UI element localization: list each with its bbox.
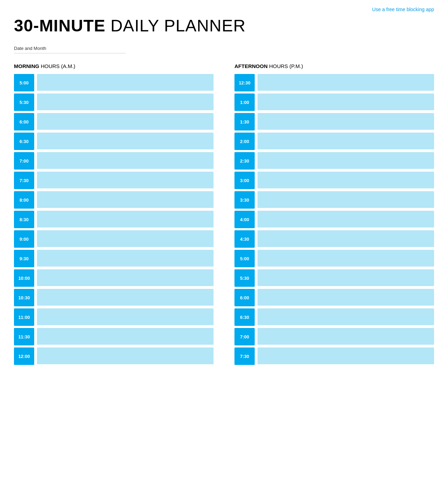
- time-row: 8:00: [14, 191, 214, 209]
- page-title: 30-MINUTE DAILY PLANNER: [14, 16, 434, 35]
- time-block[interactable]: [257, 230, 434, 248]
- time-badge: 9:30: [14, 250, 34, 267]
- time-row: 5:00: [234, 250, 434, 267]
- time-row: 8:30: [14, 211, 214, 228]
- time-row: 3:00: [234, 172, 434, 189]
- time-badge: 9:00: [14, 230, 34, 248]
- time-badge: 2:00: [234, 133, 255, 150]
- time-badge: 5:30: [14, 94, 34, 111]
- time-row: 10:00: [14, 269, 214, 287]
- time-row: 11:30: [14, 328, 214, 345]
- time-block[interactable]: [37, 74, 214, 91]
- time-badge: 8:30: [14, 211, 34, 228]
- time-block[interactable]: [37, 328, 214, 345]
- time-blocking-link[interactable]: Use a free time blocking app: [372, 7, 434, 12]
- date-divider: [14, 53, 126, 53]
- time-badge: 7:00: [14, 152, 34, 170]
- time-badge: 11:30: [14, 328, 34, 345]
- time-badge: 7:30: [234, 347, 255, 365]
- time-row: 2:30: [234, 152, 434, 170]
- time-block[interactable]: [257, 133, 434, 150]
- time-badge: 1:30: [234, 113, 255, 130]
- time-block[interactable]: [37, 191, 214, 209]
- time-badge: 12:00: [14, 347, 34, 365]
- time-block[interactable]: [37, 152, 214, 170]
- time-block[interactable]: [257, 94, 434, 111]
- time-block[interactable]: [257, 211, 434, 228]
- time-badge: 10:00: [14, 269, 34, 287]
- time-row: 4:00: [234, 211, 434, 228]
- time-row: 7:00: [14, 152, 214, 170]
- time-badge: 2:30: [234, 152, 255, 170]
- morning-column: MORNING HOURS (A.M.) 5:00 5:30 6:00 6:30…: [14, 63, 214, 367]
- time-block[interactable]: [37, 113, 214, 130]
- afternoon-column: AFTERNOON HOURS (P.M.) 12:30 1:00 1:30 2…: [234, 63, 434, 367]
- time-row: 1:00: [234, 94, 434, 111]
- time-badge: 6:30: [14, 133, 34, 150]
- time-row: 3:30: [234, 191, 434, 209]
- time-row: 5:30: [14, 94, 214, 111]
- morning-header: MORNING HOURS (A.M.): [14, 63, 214, 69]
- time-badge: 5:00: [14, 74, 34, 91]
- time-row: 5:30: [234, 269, 434, 287]
- time-row: 11:00: [14, 308, 214, 326]
- time-row: 12:00: [14, 347, 214, 365]
- time-block[interactable]: [37, 347, 214, 365]
- time-badge: 5:00: [234, 250, 255, 267]
- time-block[interactable]: [37, 289, 214, 306]
- time-block[interactable]: [257, 269, 434, 287]
- time-block[interactable]: [37, 230, 214, 248]
- time-block[interactable]: [37, 172, 214, 189]
- time-row: 2:00: [234, 133, 434, 150]
- time-row: 7:00: [234, 328, 434, 345]
- time-block[interactable]: [37, 94, 214, 111]
- time-row: 1:30: [234, 113, 434, 130]
- time-row: 4:30: [234, 230, 434, 248]
- time-row: 7:30: [234, 347, 434, 365]
- time-badge: 6:30: [234, 308, 255, 326]
- time-block[interactable]: [37, 250, 214, 267]
- time-block[interactable]: [257, 152, 434, 170]
- time-block[interactable]: [257, 74, 434, 91]
- top-link-area: Use a free time blocking app: [14, 0, 434, 16]
- time-block[interactable]: [37, 133, 214, 150]
- time-block[interactable]: [257, 113, 434, 130]
- time-row: 9:30: [14, 250, 214, 267]
- time-row: 12:30: [234, 74, 434, 91]
- time-block[interactable]: [257, 250, 434, 267]
- time-block[interactable]: [257, 172, 434, 189]
- time-row: 10:30: [14, 289, 214, 306]
- time-block[interactable]: [257, 308, 434, 326]
- time-badge: 5:30: [234, 269, 255, 287]
- time-block[interactable]: [37, 269, 214, 287]
- time-badge: 7:00: [234, 328, 255, 345]
- time-badge: 4:00: [234, 211, 255, 228]
- time-badge: 10:30: [14, 289, 34, 306]
- time-badge: 3:00: [234, 172, 255, 189]
- time-badge: 7:30: [14, 172, 34, 189]
- time-block[interactable]: [257, 191, 434, 209]
- time-block[interactable]: [37, 308, 214, 326]
- afternoon-header: AFTERNOON HOURS (P.M.): [234, 63, 434, 69]
- time-row: 9:00: [14, 230, 214, 248]
- time-row: 6:30: [234, 308, 434, 326]
- time-block[interactable]: [37, 211, 214, 228]
- time-row: 7:30: [14, 172, 214, 189]
- time-badge: 8:00: [14, 191, 34, 209]
- time-row: 6:00: [234, 289, 434, 306]
- date-label: Date and Month: [14, 46, 434, 51]
- time-badge: 1:00: [234, 94, 255, 111]
- time-row: 6:30: [14, 133, 214, 150]
- planner-columns: MORNING HOURS (A.M.) 5:00 5:30 6:00 6:30…: [14, 63, 434, 367]
- time-badge: 12:30: [234, 74, 255, 91]
- time-block[interactable]: [257, 347, 434, 365]
- time-badge: 3:30: [234, 191, 255, 209]
- time-badge: 11:00: [14, 308, 34, 326]
- time-badge: 6:00: [234, 289, 255, 306]
- morning-slots: 5:00 5:30 6:00 6:30 7:00 7:30 8:00 8:30 …: [14, 74, 214, 365]
- afternoon-slots: 12:30 1:00 1:30 2:00 2:30 3:00 3:30 4:00…: [234, 74, 434, 365]
- time-row: 5:00: [14, 74, 214, 91]
- time-block[interactable]: [257, 289, 434, 306]
- time-badge: 4:30: [234, 230, 255, 248]
- time-block[interactable]: [257, 328, 434, 345]
